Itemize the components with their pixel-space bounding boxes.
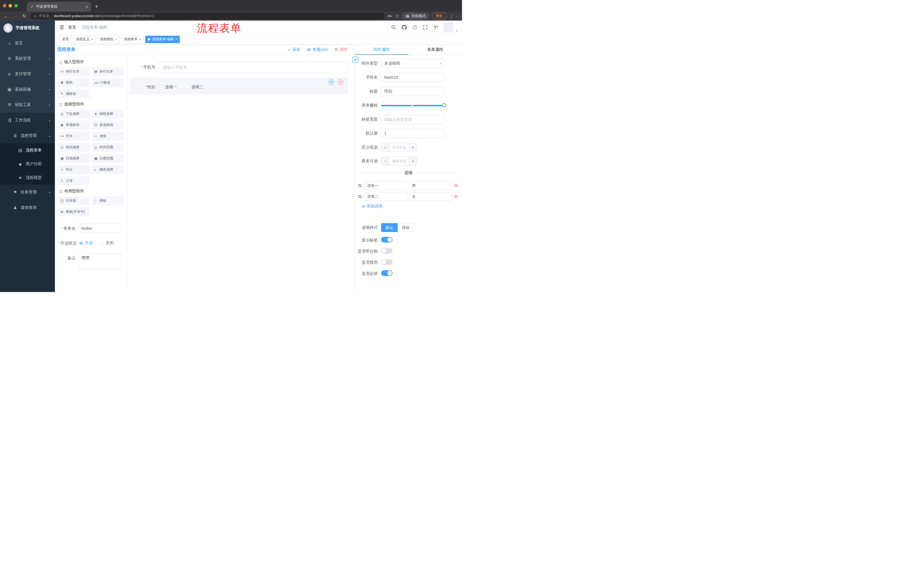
border-switch[interactable] [381, 248, 393, 254]
option-name-input[interactable] [364, 192, 407, 201]
link-icon[interactable] [352, 57, 358, 63]
palette-item-text-field[interactable]: ▭单行文本 [58, 67, 90, 76]
app-logo[interactable]: 芋道管理系统 [0, 21, 55, 35]
delete-widget-icon[interactable] [338, 79, 344, 85]
bookmark-star-icon[interactable]: ☆ [395, 13, 399, 18]
palette-item-counter[interactable]: 123计数器 [92, 78, 124, 87]
tag-process-definition[interactable]: 流程定义 × [73, 36, 96, 43]
plus-button[interactable]: + [409, 143, 417, 151]
slider-handle[interactable] [442, 103, 446, 107]
minus-button[interactable]: − [381, 143, 389, 151]
fullscreen-icon[interactable] [422, 25, 428, 30]
tag-close-icon[interactable]: × [139, 38, 141, 41]
field-name-input[interactable] [381, 73, 444, 82]
window-zoom-button[interactable] [14, 4, 18, 7]
tab-component-props[interactable]: 组件属性 [355, 44, 409, 54]
palette-item-table[interactable]: ⊞表格[开发中] [58, 207, 90, 216]
palette-item-date-range[interactable]: ▩日期范围 [92, 154, 124, 163]
github-icon[interactable] [401, 25, 407, 30]
grid-slider[interactable] [381, 101, 444, 110]
form-name-input[interactable] [78, 224, 121, 233]
view-json-button[interactable]: 查看json [307, 47, 328, 52]
option-value-input[interactable] [409, 192, 452, 201]
palette-item-upload[interactable]: ⇧上传 [58, 176, 90, 185]
minus-button[interactable]: − [381, 157, 389, 165]
tag-process-form[interactable]: 流程表单 × [121, 36, 144, 43]
forward-button[interactable]: → [12, 14, 18, 18]
sidebar-item-task-mgmt[interactable]: ⚑ 任务管理 ▾ [0, 184, 55, 200]
palette-item-editor[interactable]: ✎编辑器 [58, 89, 90, 98]
palette-item-button[interactable]: ☝按钮 [92, 196, 124, 205]
breadcrumb-home[interactable]: 首页 [68, 25, 76, 30]
drag-handle-icon[interactable] [358, 194, 362, 199]
hamburger-icon[interactable]: ☰ [59, 24, 64, 31]
palette-item-password[interactable]: ✱密码 [58, 78, 90, 87]
sidebar-item-process-model[interactable]: ➤ 流程模型 [0, 171, 55, 184]
palette-item-radio-group[interactable]: ◉单选框组 [58, 120, 90, 130]
show-label-switch[interactable] [381, 237, 393, 243]
sidebar-item-home[interactable]: ⌂ 首页 [0, 35, 55, 51]
min-input[interactable] [389, 143, 409, 151]
default-value-input[interactable] [381, 129, 444, 138]
password-key-icon[interactable] [388, 14, 392, 18]
clear-button[interactable]: 清空 [334, 47, 348, 52]
component-type-select[interactable] [381, 59, 444, 68]
palette-item-select[interactable]: ◎下拉选择 [58, 109, 90, 118]
window-minimize-button[interactable] [8, 4, 12, 7]
tag-close-icon[interactable]: × [91, 38, 93, 41]
remove-option-icon[interactable]: ⊖ [454, 183, 458, 188]
phone-input[interactable] [159, 62, 348, 73]
option-name-input[interactable] [364, 181, 407, 190]
tab-close-icon[interactable]: × [86, 4, 88, 9]
gender-widget-selected[interactable]: *性别 选项一 选项二 [130, 77, 348, 94]
tag-process-form-edit[interactable]: 流程表单-编辑 × [145, 36, 180, 43]
sidebar-item-infra[interactable]: ▣ 基础设施 ▾ [0, 82, 55, 97]
copy-widget-icon[interactable] [328, 79, 334, 85]
update-button[interactable]: 更新 [432, 13, 447, 20]
required-switch[interactable] [381, 270, 393, 276]
status-off-radio[interactable]: 关闭 [100, 240, 114, 246]
save-button[interactable]: ✓ 保存 [288, 47, 300, 52]
sidebar-item-system[interactable]: ⚙ 系统管理 ▾ [0, 51, 55, 66]
tag-home[interactable]: 首页 [59, 36, 71, 43]
sidebar-item-workflow[interactable]: ⇶ 工作流程 ▴ [0, 113, 55, 128]
sidebar-item-leave-query[interactable]: ♟ 请假查询 [0, 200, 55, 216]
window-close-button[interactable] [3, 4, 6, 7]
palette-item-textarea[interactable]: ▤多行文本 [92, 67, 124, 76]
remove-option-icon[interactable]: ⊖ [454, 194, 458, 199]
palette-item-cascader[interactable]: ⋔级联选择 [92, 109, 124, 118]
title-input[interactable] [381, 87, 444, 96]
plus-button[interactable]: + [409, 157, 417, 165]
sidebar-item-devtools[interactable]: ⚒ 研发工具 ▾ [0, 97, 55, 113]
palette-item-row-container[interactable]: ◫行容器 [58, 196, 90, 205]
disabled-switch[interactable] [381, 259, 393, 265]
palette-item-date-picker[interactable]: ▦日期选择 [58, 154, 90, 163]
style-default-button[interactable]: 默认 [381, 223, 398, 232]
gender-option2-checkbox[interactable]: 选项二 [185, 85, 203, 90]
palette-item-checkbox-group[interactable]: ☑多选框组 [92, 120, 124, 130]
add-option-button[interactable]: ⊕ 添加选项 [361, 204, 462, 209]
browser-tab[interactable]: 芋道管理系统 × [27, 2, 91, 12]
help-icon[interactable]: ? [412, 25, 418, 30]
style-button-button[interactable]: 按钮 [398, 223, 414, 232]
gender-option1-checkbox[interactable]: 选项一 [159, 85, 177, 90]
palette-item-rate[interactable]: ☆评分 [58, 165, 90, 174]
palette-item-time-range[interactable]: ◶时间范围 [92, 143, 124, 152]
status-on-radio[interactable]: 开启 [79, 240, 93, 246]
sidebar-item-payment[interactable]: ¥ 支付管理 ▾ [0, 66, 55, 82]
search-icon[interactable] [391, 25, 396, 30]
user-avatar[interactable] [444, 23, 454, 32]
option-value-input[interactable] [409, 181, 452, 190]
drag-handle-icon[interactable] [358, 183, 362, 188]
back-button[interactable]: ← [3, 14, 9, 18]
new-tab-button[interactable]: + [95, 3, 98, 10]
label-width-input[interactable] [381, 115, 444, 124]
tag-process-model[interactable]: 流程模型 × [97, 36, 119, 43]
sidebar-item-user-group[interactable]: ☻ 用户分组 [0, 157, 55, 171]
reload-button[interactable]: ↻ [21, 13, 28, 18]
palette-item-color-picker[interactable]: ◐颜色选择 [92, 165, 124, 174]
palette-item-time-picker[interactable]: ◷时间选择 [58, 143, 90, 152]
tab-form-props[interactable]: 表单属性 [409, 44, 462, 54]
font-size-icon[interactable]: TT [433, 25, 439, 30]
tag-close-icon[interactable]: × [175, 38, 177, 41]
